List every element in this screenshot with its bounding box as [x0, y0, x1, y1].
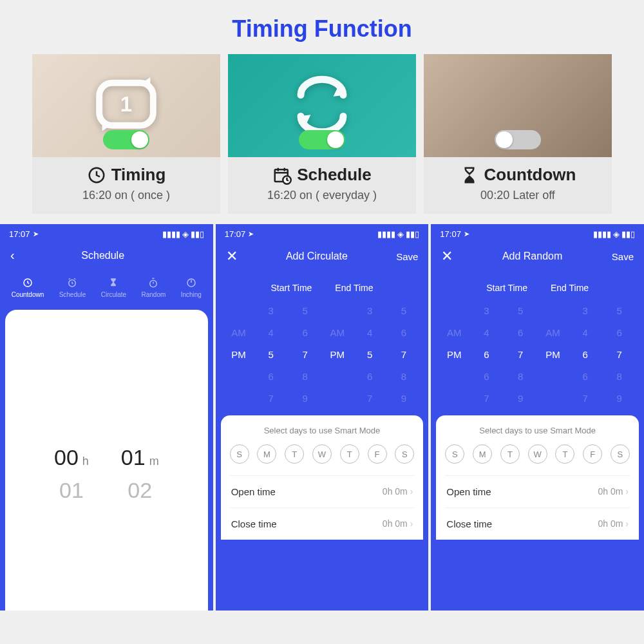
bottom-sheet: 00h 01 01m 02 — [5, 310, 208, 611]
close-time-row[interactable]: Close time0h 0m — [445, 507, 630, 540]
signal-icon: ▮▮▮▮ — [377, 229, 395, 239]
save-button[interactable]: Save — [612, 251, 634, 262]
card-desc-countdown: 00:20 Later off — [424, 189, 612, 214]
time-picker[interactable]: 3535 AM46AM46 PM67PM67 6868 7979 — [431, 299, 644, 409]
end-time-label: End Time — [335, 283, 373, 293]
day-sat[interactable]: S — [611, 444, 630, 464]
card-label-timing: Timing — [111, 165, 166, 185]
hourglass-icon — [108, 277, 119, 289]
nav-title: Schedule — [15, 250, 191, 261]
hourglass-icon — [460, 166, 479, 185]
status-bar: 17:07➤ ▮▮▮▮◈▮▮▯ — [216, 224, 429, 242]
day-thu[interactable]: T — [555, 444, 574, 464]
signal-icon: ▮▮▮▮ — [593, 229, 611, 239]
hours-next: 01 — [59, 478, 84, 503]
card-image-schedule — [228, 54, 416, 157]
phone-schedule: 17:07➤ ▮▮▮▮ ◈ ▮▮▯ ‹ Schedule Countdown S… — [0, 224, 213, 611]
phone-screenshots: 17:07➤ ▮▮▮▮ ◈ ▮▮▯ ‹ Schedule Countdown S… — [0, 224, 644, 611]
clock-icon — [22, 277, 33, 289]
day-tue[interactable]: T — [500, 444, 520, 464]
smart-mode-panel: Select days to use Smart Mode S M T W T … — [436, 415, 639, 540]
day-fri[interactable]: F — [583, 444, 602, 464]
card-image-countdown — [424, 54, 612, 157]
status-bar: 17:07➤ ▮▮▮▮ ◈ ▮▮▯ — [0, 224, 213, 242]
start-time-label: Start Time — [271, 283, 312, 293]
day-mon[interactable]: M — [473, 444, 492, 464]
tab-schedule[interactable]: Schedule — [59, 277, 86, 298]
minutes-next: 02 — [128, 478, 152, 503]
nav-title: Add Random — [502, 251, 562, 262]
save-button[interactable]: Save — [396, 251, 418, 262]
minutes-value: 01 — [121, 445, 146, 470]
start-time-label: Start Time — [486, 283, 527, 293]
card-label-countdown: Countdown — [484, 165, 576, 185]
day-picker: S M T W T F S — [445, 444, 630, 464]
battery-icon: ▮▮▯ — [406, 229, 419, 239]
close-time-row[interactable]: Close time0h 0m — [230, 507, 415, 540]
card-image-timing: 1 — [32, 54, 220, 157]
clock-icon — [87, 166, 106, 185]
status-bar: 17:07➤ ▮▮▮▮◈▮▮▯ — [431, 224, 644, 242]
tab-random[interactable]: Random — [142, 277, 166, 298]
battery-icon: ▮▮▯ — [621, 229, 635, 239]
card-countdown: Countdown 00:20 Later off — [424, 54, 612, 214]
toggle-countdown[interactable] — [495, 130, 541, 149]
day-tue[interactable]: T — [285, 444, 304, 464]
day-thu[interactable]: T — [340, 444, 359, 464]
location-icon: ➤ — [464, 230, 469, 238]
day-wed[interactable]: W — [312, 444, 332, 464]
time-headers: Start Time End Time — [216, 274, 429, 299]
nav-title: Add Circulate — [286, 251, 348, 262]
open-time-row[interactable]: Open time0h 0m — [445, 475, 630, 507]
time-picker[interactable]: 3535 AM46AM46 PM57PM57 6868 7979 — [216, 299, 429, 409]
stopwatch-icon — [147, 277, 159, 289]
tab-circulate[interactable]: Circulate — [101, 277, 126, 298]
wifi-icon: ◈ — [397, 229, 404, 239]
page-title: Timing Function — [0, 0, 644, 54]
phone-circulate: 17:07➤ ▮▮▮▮◈▮▮▯ ✕ Add Circulate Save Sta… — [216, 224, 429, 611]
open-time-row[interactable]: Open time0h 0m — [230, 475, 415, 507]
card-timing: 1 Timing 16:20 on ( once ) — [32, 54, 220, 214]
day-picker: S M T W T F S — [230, 444, 415, 464]
calendar-clock-icon — [272, 166, 292, 185]
toggle-schedule[interactable] — [299, 130, 345, 149]
day-wed[interactable]: W — [528, 444, 547, 464]
status-time: 17:07 — [9, 229, 30, 239]
end-time-label: End Time — [551, 283, 589, 293]
signal-icon: ▮▮▮▮ — [162, 229, 180, 239]
day-sun[interactable]: S — [230, 444, 249, 464]
card-label-schedule: Schedule — [297, 165, 372, 185]
wifi-icon: ◈ — [613, 229, 620, 239]
day-sat[interactable]: S — [395, 444, 414, 464]
duration-picker[interactable]: 00h 01 01m 02 — [5, 310, 208, 503]
feature-cards: 1 Timing 16:20 on ( once ) Schedule 16:2… — [0, 54, 644, 224]
wifi-icon: ◈ — [182, 229, 189, 239]
day-sun[interactable]: S — [445, 444, 464, 464]
back-button[interactable]: ‹ — [10, 248, 15, 263]
phone-random: 17:07➤ ▮▮▮▮◈▮▮▯ ✕ Add Random Save Start … — [431, 224, 644, 611]
power-icon — [185, 277, 197, 289]
card-desc-timing: 16:20 on ( once ) — [32, 189, 220, 214]
smart-mode-label: Select days to use Smart Mode — [230, 426, 415, 435]
location-icon: ➤ — [33, 230, 39, 238]
time-headers: Start Time End Time — [431, 274, 644, 299]
svg-text:1: 1 — [120, 92, 132, 116]
battery-icon: ▮▮▯ — [191, 229, 204, 239]
nav-bar: ‹ Schedule — [0, 242, 213, 272]
smart-mode-panel: Select days to use Smart Mode S M T W T … — [221, 415, 424, 540]
toggle-timing[interactable] — [103, 130, 149, 149]
close-button[interactable]: ✕ — [226, 248, 238, 265]
mode-tabs: Countdown Schedule Circulate Random Inch… — [0, 272, 213, 310]
nav-bar: ✕ Add Random Save — [431, 242, 644, 274]
close-button[interactable]: ✕ — [441, 248, 453, 265]
card-desc-schedule: 16:20 on ( everyday ) — [228, 189, 416, 214]
day-fri[interactable]: F — [368, 444, 387, 464]
hours-value: 00 — [54, 445, 79, 470]
smart-mode-label: Select days to use Smart Mode — [445, 426, 630, 435]
tab-countdown[interactable]: Countdown — [12, 277, 44, 298]
alarm-icon — [66, 277, 78, 289]
day-mon[interactable]: M — [257, 444, 276, 464]
tab-inching[interactable]: Inching — [181, 277, 202, 298]
nav-bar: ✕ Add Circulate Save — [216, 242, 429, 274]
card-schedule: Schedule 16:20 on ( everyday ) — [228, 54, 416, 214]
